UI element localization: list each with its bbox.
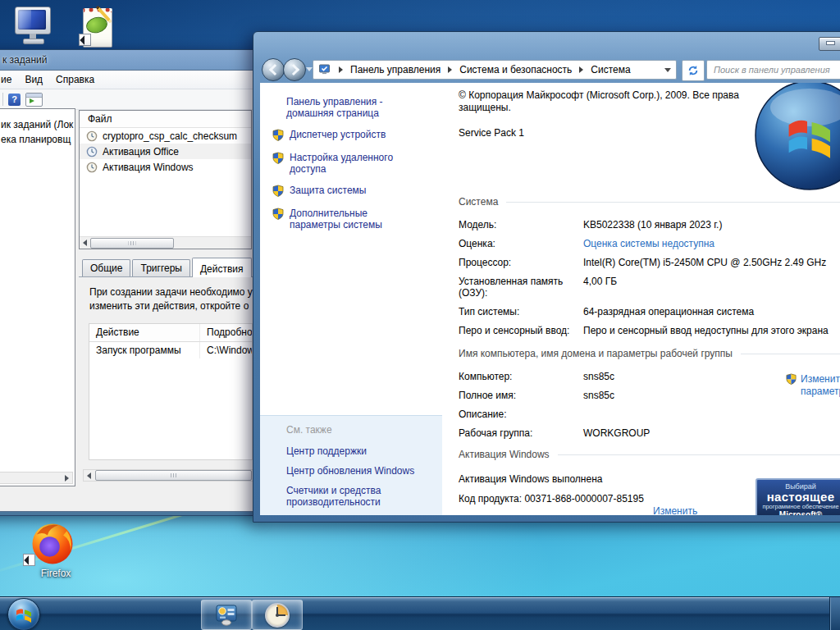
tree-horizontal-scrollbar[interactable] (0, 472, 73, 484)
sidebar-item-device-manager[interactable]: Диспетчер устройств (272, 129, 442, 142)
menu-item-view[interactable]: Вид (25, 71, 43, 89)
actions-table: Действие Подробности Запуск программы C:… (89, 323, 253, 460)
scrollbar-thumb[interactable] (95, 470, 252, 481)
task-list-item[interactable]: Активация Office (80, 144, 251, 159)
minimize-icon (826, 41, 835, 45)
task-scheduler-taskbar-button[interactable] (252, 600, 303, 630)
sidebar-item-windows-update[interactable]: Центр обновления Windows (286, 465, 422, 477)
row-label: Оценка: (459, 238, 583, 249)
info-row-workgroup: Рабочая группа: WORKGROUP (459, 427, 840, 439)
notepad-shortcut-icon[interactable] (79, 7, 116, 46)
breadcrumb-system[interactable]: Система (591, 64, 630, 75)
menu-item-action[interactable]: ие (1, 71, 11, 89)
column-header-action[interactable]: Действие (89, 324, 199, 341)
tree-item-scheduler-library[interactable]: ека планировщ (0, 132, 75, 147)
action-cell: Запуск программы (89, 342, 199, 358)
sidebar-link-label: Защита системы (290, 185, 414, 198)
actions-horizontal-scrollbar[interactable] (83, 469, 253, 482)
uac-shield-icon (272, 129, 285, 142)
row-value: 4,00 ГБ (583, 276, 840, 299)
tree-item-task-scheduler[interactable]: ик заданий (Лок (0, 109, 75, 132)
link-line: Изменить (653, 505, 697, 515)
sidebar-item-advanced-settings[interactable]: Дополнительные параметры системы (272, 208, 442, 231)
search-input[interactable] (706, 60, 840, 80)
change-product-key-link[interactable]: Изменить ключ продукта (653, 504, 719, 515)
task-list-item[interactable]: Активация Windows (80, 159, 251, 175)
table-row[interactable]: Запуск программы C:\Windows\ (89, 342, 252, 358)
task-name: Активация Office (103, 146, 179, 158)
actions-description: При создании задачи необходимо у изменит… (89, 285, 253, 313)
scrollbar-left-arrow[interactable] (80, 238, 90, 249)
sidebar-item-home[interactable]: Панель управления - домашняя страница (286, 96, 442, 119)
sidebar-item-performance-tools[interactable]: Счетчики и средства производительности (286, 485, 422, 508)
section-title: Имя компьютера, имя домена и параметры р… (459, 348, 733, 359)
scrollbar-right-arrow[interactable] (62, 472, 72, 483)
menu-item-help[interactable]: Справка (56, 71, 94, 89)
details-cell: C:\Windows\ (199, 342, 252, 358)
row-value: KB5022338 (10 января 2023 г.) (583, 219, 840, 231)
recent-pages-dropdown-icon[interactable] (306, 67, 313, 71)
sidebar-link-label: Настройка удаленного доступа (290, 152, 414, 175)
task-scheduler-clock-icon (265, 603, 290, 628)
column-header-file[interactable]: Файл (80, 111, 251, 128)
toolbar: ? (0, 89, 253, 110)
file-list-horizontal-scrollbar[interactable] (80, 236, 251, 249)
help-icon[interactable]: ? (8, 94, 21, 106)
breadcrumb-control-panel[interactable]: Панель управления (350, 64, 441, 75)
firefox-desktop-icon[interactable]: Firefox (21, 520, 90, 579)
task-name: cryptopro_csp_calc_checksum (103, 130, 237, 142)
section-title: Активация Windows (459, 449, 550, 460)
sidebar-item-action-center[interactable]: Центр поддержки (286, 445, 422, 457)
breadcrumb-system-security[interactable]: Система и безопасность (459, 64, 572, 75)
tab-general[interactable]: Общие (82, 259, 130, 276)
computer-desktop-icon[interactable] (13, 5, 52, 44)
sidebar-item-system-protection[interactable]: Защита системы (272, 185, 442, 198)
scrollbar-left-arrow[interactable] (84, 470, 94, 481)
back-button[interactable] (262, 58, 285, 81)
row-value (583, 409, 840, 420)
back-arrow-icon (268, 64, 280, 75)
control-panel-taskbar-button[interactable] (201, 600, 252, 630)
description-line: изменить эти действия, откройте о (89, 299, 253, 313)
refresh-button[interactable] (682, 60, 705, 81)
chevron-down-icon[interactable] (664, 68, 671, 72)
tab-triggers[interactable]: Триггеры (132, 259, 190, 276)
sidebar: Панель управления - домашняя страница Ди… (260, 83, 442, 515)
sidebar-item-remote-settings[interactable]: Настройка удаленного доступа (272, 152, 442, 175)
scrollbar-thumb[interactable] (90, 238, 174, 249)
shortcut-overlay (79, 34, 91, 46)
section-system: Система (459, 196, 840, 208)
row-value: WORKGROUP (583, 427, 840, 439)
console-window-icon[interactable] (25, 93, 43, 107)
monitor-base (23, 39, 44, 44)
tab-actions[interactable]: Действия (192, 258, 252, 277)
row-label: Процессор: (459, 257, 583, 268)
breadcrumb[interactable]: Панель управления Система и безопасность… (313, 60, 677, 80)
show-desktop-button[interactable] (829, 597, 840, 630)
row-value: Intel(R) Core(TM) i5-2450M CPU @ 2.50GHz… (583, 257, 840, 268)
chevron-right-icon (579, 66, 583, 73)
console-titlebar (26, 94, 42, 98)
forward-button[interactable] (283, 58, 306, 81)
system-main: © Корпорация Майкрософт (Microsoft Corp.… (441, 83, 840, 515)
refresh-icon (687, 65, 699, 76)
task-list-pane: Файл cryptopro_csp_calc_checksum Активац… (79, 110, 252, 249)
badge-line: настоящее (757, 491, 840, 503)
rating-unavailable-link[interactable]: Оценка системы недоступна (583, 238, 840, 249)
windows-logo (752, 83, 840, 193)
genuine-microsoft-badge[interactable]: Выбирай настоящее программное обеспечени… (756, 478, 840, 515)
row-label: Рабочая группа: (459, 427, 583, 439)
see-also-panel: См. также Центр поддержки Центр обновлен… (260, 415, 442, 515)
firefox-icon (30, 520, 75, 566)
change-settings-link[interactable]: Изменить параметры (785, 373, 840, 398)
windows-flag-icon (15, 605, 33, 623)
minimize-button[interactable] (819, 37, 840, 51)
control-panel-icon (216, 605, 237, 626)
info-row-system-type: Тип системы: 64-разрядная операционная с… (459, 306, 840, 317)
detail-tabs: Общие Триггеры Действия Условия (79, 258, 253, 277)
row-label: Установленная память (ОЗУ): (459, 276, 583, 299)
task-list-item[interactable]: cryptopro_csp_calc_checksum (80, 128, 251, 144)
start-button[interactable] (7, 598, 40, 630)
tree-pane: ик заданий (Лок ека планировщ (0, 108, 75, 486)
column-header-details[interactable]: Подробности (199, 324, 252, 341)
